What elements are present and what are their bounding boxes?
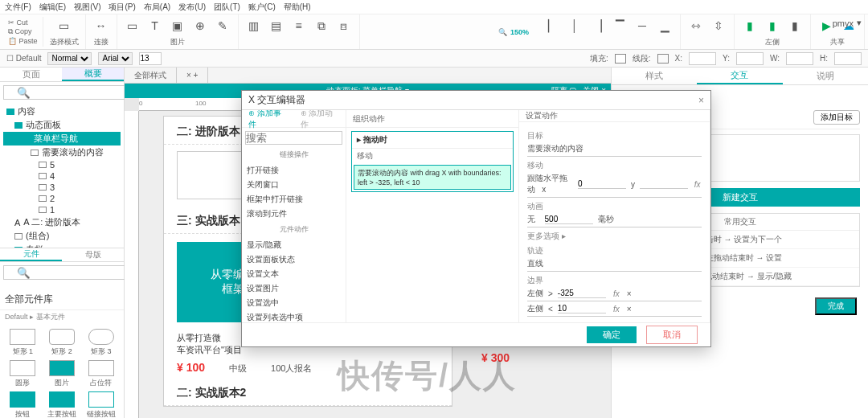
action-item[interactable]: 设置选中 (247, 296, 341, 310)
fill-swatch[interactable] (615, 54, 626, 64)
bound-row[interactable]: 左侧<fx× (527, 301, 702, 317)
action-detail[interactable]: 需要滚动的内容 with drag X with boundaries: lef… (354, 165, 511, 190)
widget-shape[interactable]: 矩形 3 (83, 329, 119, 357)
paste-button[interactable]: 📋 Paste (8, 37, 38, 45)
action-name[interactable]: 移动 (352, 149, 513, 163)
menu-file[interactable]: 文件(F) (5, 2, 31, 13)
bound-row[interactable]: 左侧>fx× (527, 286, 702, 301)
select-mode-icon[interactable]: ▭ (55, 17, 73, 35)
bar-green2-icon[interactable]: ▮ (764, 17, 781, 35)
tree-item[interactable]: 4 (3, 170, 121, 182)
tree-item[interactable]: 5 (3, 159, 121, 170)
align-right-icon[interactable]: ▕ (588, 17, 606, 35)
widget-shape[interactable]: 链接按钮 (83, 391, 119, 418)
form-value[interactable]: 无 毫秒 (527, 212, 702, 227)
text-tool-icon[interactable]: T (146, 17, 164, 35)
action-item[interactable]: 滚动到元件 (247, 207, 341, 221)
user-menu[interactable]: pmyx ▾ (833, 18, 862, 28)
fontsize-input[interactable] (139, 52, 162, 65)
dist-v-icon[interactable]: ⇳ (710, 17, 727, 35)
fontface-select[interactable]: Arial (98, 52, 133, 65)
action-item[interactable]: 设置列表选中项 (247, 310, 341, 322)
canvas-tab[interactable]: 全部样式 (125, 68, 177, 83)
event-name[interactable]: ▸ 拖动时 (352, 132, 513, 149)
widget-shape[interactable]: 按钮 (5, 391, 41, 418)
line-swatch[interactable] (657, 54, 669, 64)
ruler-icon[interactable]: ≡ (290, 17, 308, 35)
tree-item[interactable]: 动态面板 (3, 118, 121, 132)
tree-item[interactable]: 菜单栏导航 (3, 132, 121, 145)
menu-account[interactable]: 账户(C) (248, 2, 276, 13)
split-v-icon[interactable]: ▤ (268, 17, 285, 35)
action-item[interactable]: 框架中打开链接 (247, 192, 341, 207)
form-value[interactable]: 直线 (527, 256, 702, 272)
action-item[interactable]: 设置面板状态 (247, 252, 341, 267)
ungroup-icon[interactable]: ⧈ (335, 17, 353, 35)
action-search[interactable] (245, 131, 342, 145)
connect-icon[interactable]: ↔ (92, 17, 110, 35)
align-left-icon[interactable]: ▏ (543, 17, 561, 35)
widget-shape[interactable]: 圆形 (5, 360, 41, 388)
tab-pages[interactable]: 页面 (0, 68, 62, 81)
cancel-button[interactable]: 取消 (646, 326, 698, 344)
y-input[interactable] (736, 52, 764, 65)
action-item[interactable]: 打开链接 (247, 163, 341, 178)
tab-widgets[interactable]: 元件 (0, 248, 62, 261)
form-value[interactable]: 需要滚动的内容 (527, 141, 702, 157)
cut-button[interactable]: ✂ Cut (8, 18, 38, 27)
align-bot-icon[interactable]: ▁ (656, 17, 674, 35)
tab-outline[interactable]: 概要 (62, 68, 124, 81)
menu-project[interactable]: 项目(P) (108, 2, 135, 13)
image-tool-icon[interactable]: ▣ (169, 17, 186, 35)
tab-style[interactable]: 样式 (612, 68, 697, 84)
tab-interactions[interactable]: 交互 (697, 68, 782, 84)
align-center-icon[interactable]: │ (566, 17, 583, 35)
widget-shape[interactable]: 矩形 2 (44, 329, 80, 357)
h-input[interactable] (834, 52, 862, 65)
x-input[interactable] (689, 52, 716, 65)
align-mid-icon[interactable]: ─ (633, 17, 651, 35)
action-item[interactable]: 设置图片 (247, 281, 341, 296)
copy-button[interactable]: ⧉ Copy (8, 27, 38, 36)
library-label[interactable]: 全部元件库 (0, 289, 124, 310)
canvas-tab-add[interactable]: × + (177, 68, 208, 83)
tree-item[interactable]: 1 (3, 204, 121, 215)
widget-shape[interactable]: 图片 (44, 360, 80, 388)
dist-h-icon[interactable]: ⇿ (687, 17, 705, 35)
menu-publish[interactable]: 发布(U) (178, 2, 206, 13)
menu-help[interactable]: 帮助(H) (284, 2, 311, 13)
pen-tool-icon[interactable]: ✎ (214, 17, 231, 35)
align-top-icon[interactable]: ▔ (611, 17, 628, 35)
widget-shape[interactable]: 矩形 1 (5, 329, 41, 357)
tree-item[interactable]: 2 (3, 193, 121, 204)
add-event-tab[interactable]: ⊕ 添加事件 (242, 110, 294, 130)
widget-shape[interactable]: 主要按钮 (44, 391, 80, 418)
action-item[interactable]: 设置文本 (247, 267, 341, 281)
insert-tool-icon[interactable]: ⊕ (191, 17, 209, 35)
menu-layout[interactable]: 布局(A) (144, 2, 170, 13)
tree-item[interactable]: (组合) (3, 229, 121, 243)
done-button[interactable]: 完成 (815, 297, 857, 315)
tab-notes[interactable]: 说明 (783, 68, 868, 84)
close-icon[interactable]: × (698, 95, 704, 106)
form-value[interactable]: 跟随水平拖动 x y fx (527, 171, 702, 198)
zoom-control[interactable]: 🔍 150% (498, 28, 529, 36)
rect-tool-icon[interactable]: ▭ (124, 17, 141, 35)
tab-masters[interactable]: 母版 (62, 248, 124, 261)
bar-green-icon[interactable]: ▮ (741, 17, 759, 35)
tree-item[interactable]: 内容 (3, 104, 121, 118)
tree-item[interactable]: 需要滚动的内容 (3, 145, 121, 159)
widget-shape[interactable]: 占位符 (83, 360, 119, 388)
split-h-icon[interactable]: ▥ (245, 17, 263, 35)
menu-team[interactable]: 团队(T) (214, 2, 240, 13)
bar-grey-icon[interactable]: ▮ (786, 17, 804, 35)
tree-item[interactable]: 3 (3, 182, 121, 193)
action-item[interactable]: 关闭窗口 (247, 178, 341, 192)
group-icon[interactable]: ⧉ (313, 17, 330, 35)
menu-view[interactable]: 视图(V) (74, 2, 100, 13)
add-action-tab[interactable]: ⊕ 添加动作 (294, 110, 346, 130)
font-select[interactable]: Normal (47, 52, 92, 65)
action-item[interactable]: 显示/隐藏 (247, 238, 341, 252)
w-input[interactable] (786, 52, 813, 65)
tree-item[interactable]: AA 二: 进阶版本 (3, 215, 121, 229)
